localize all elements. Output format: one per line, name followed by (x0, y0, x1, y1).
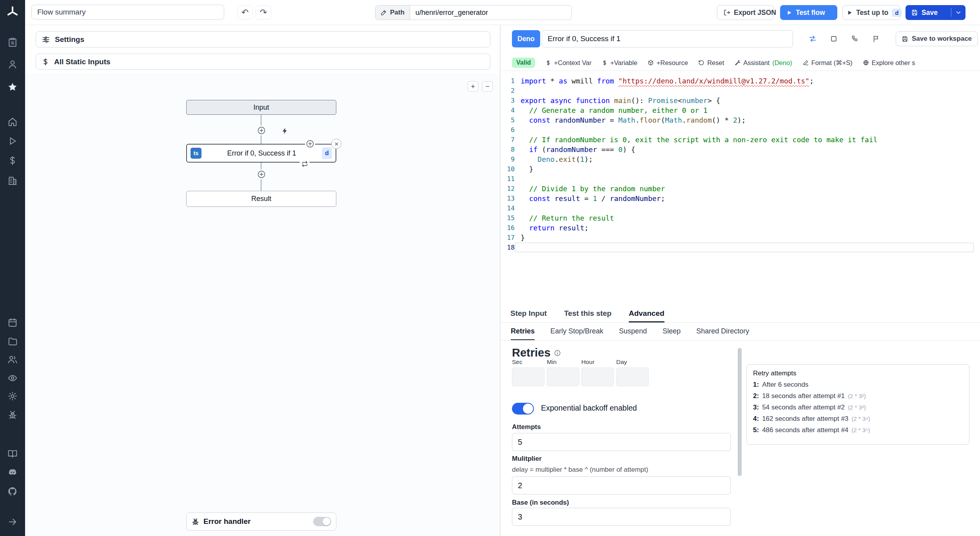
users-icon[interactable] (7, 354, 18, 364)
save-button[interactable]: Save (906, 9, 948, 17)
user-icon[interactable] (7, 59, 18, 69)
test-up-to-button[interactable]: Test up to d (842, 5, 900, 20)
min-input[interactable] (547, 368, 579, 386)
multiplier-input[interactable] (512, 476, 731, 494)
code-text: import * as wmill from "https://deno.lan… (515, 76, 980, 86)
tab-advanced[interactable]: Advanced (629, 306, 664, 322)
subtab-early-stop[interactable]: Early Stop/Break (550, 323, 603, 340)
home-icon[interactable] (7, 117, 18, 127)
code-line[interactable]: 16 return result; (501, 223, 980, 233)
subtab-sleep[interactable]: Sleep (662, 323, 681, 340)
tab-step-input[interactable]: Step Input (510, 306, 547, 322)
result-node[interactable]: Result (186, 191, 336, 207)
bug-icon (191, 518, 200, 526)
subtab-suspend[interactable]: Suspend (619, 323, 647, 340)
book-open-icon[interactable] (7, 449, 18, 459)
flow-summary-input[interactable] (31, 5, 224, 20)
bug-icon[interactable] (7, 410, 18, 420)
github-icon[interactable] (7, 486, 18, 496)
windmill-logo[interactable] (6, 5, 19, 19)
code-line[interactable]: 14 (501, 203, 980, 213)
square-icon[interactable] (827, 32, 841, 46)
add-variable-button[interactable]: +Variable (602, 59, 637, 67)
code-line[interactable]: 18 (501, 243, 980, 252)
retry-indicator-button[interactable] (299, 159, 310, 169)
calendar-icon[interactable] (7, 317, 18, 328)
base-seconds-input[interactable] (512, 508, 731, 526)
save-dropdown-button[interactable] (951, 5, 965, 20)
exponential-backoff-toggle[interactable] (512, 403, 534, 415)
code-line[interactable]: 17} (501, 233, 980, 243)
cube-icon (648, 60, 654, 66)
save-to-workspace-button[interactable]: Save to workspace (896, 31, 978, 46)
clipboard-list-icon[interactable] (7, 37, 18, 47)
redo-button[interactable]: ↷ (256, 5, 271, 20)
undo-button[interactable]: ↶ (237, 5, 253, 20)
building-icon[interactable] (7, 176, 18, 186)
arrow-right-icon[interactable] (7, 517, 18, 527)
star-icon[interactable] (7, 82, 18, 92)
code-line[interactable]: 9 Deno.exit(1); (501, 154, 980, 164)
explore-scripts-button[interactable]: Explore other s (863, 59, 915, 67)
code-line[interactable]: 15 // Return the result (501, 213, 980, 223)
code-text: } (515, 233, 980, 243)
eye-icon[interactable] (7, 373, 18, 383)
format-button[interactable]: Format (⌘+S) (802, 59, 853, 67)
all-static-inputs-section[interactable]: All Static Inputs (36, 54, 490, 70)
code-token (521, 155, 537, 163)
code-line[interactable]: 2 (501, 86, 980, 96)
code-token: const (529, 116, 550, 124)
gear-icon[interactable] (7, 391, 18, 401)
test-flow-button[interactable]: Test flow (780, 5, 837, 20)
zoom-out-button[interactable]: − (482, 81, 493, 92)
add-context-var-button[interactable]: +Context Var (545, 59, 592, 67)
base-seconds-label: Base (in seconds) (512, 499, 569, 507)
info-icon[interactable] (554, 349, 561, 357)
folder-icon[interactable] (7, 336, 18, 346)
flag-icon[interactable] (869, 32, 883, 46)
code-line[interactable]: 4 // Generate a random number, either 0 … (501, 105, 980, 115)
assistant-button[interactable]: Assistant (Deno) (734, 59, 792, 67)
code-line[interactable]: 5 const randomNumber = Math.floor(Math.r… (501, 115, 980, 125)
attempts-input[interactable] (512, 433, 731, 451)
code-line[interactable]: 1import * as wmill from "https://deno.la… (501, 76, 980, 86)
zoom-in-button[interactable]: + (468, 81, 478, 92)
dollar-icon[interactable] (7, 156, 18, 166)
hour-input[interactable] (581, 368, 614, 386)
plus-circle-icon[interactable] (305, 139, 315, 149)
play-icon[interactable] (7, 136, 18, 146)
add-step-button[interactable] (256, 125, 267, 136)
code-editor[interactable]: 1import * as wmill from "https://deno.la… (501, 76, 980, 260)
zap-icon[interactable] (280, 126, 290, 136)
code-text: return result; (515, 223, 980, 233)
code-line[interactable]: 13 const result = 1 / randomNumber; (501, 194, 980, 203)
code-line[interactable]: 6 (501, 125, 980, 135)
subtab-shared-directory[interactable]: Shared Directory (696, 323, 749, 340)
code-line[interactable]: 3export async function main(): Promise<n… (501, 96, 980, 105)
code-line[interactable]: 7 // If randomNumber is 0, exit the scri… (501, 135, 980, 145)
swap-arrows-icon[interactable] (806, 32, 820, 46)
error-handler-toggle[interactable] (313, 517, 331, 526)
export-json-button[interactable]: Export JSON (717, 5, 774, 20)
step-title-input[interactable] (542, 30, 793, 47)
add-step-button[interactable] (256, 169, 267, 179)
subtab-retries[interactable]: Retries (511, 323, 535, 340)
delete-step-button[interactable] (331, 139, 341, 149)
path-input[interactable] (410, 5, 572, 20)
sec-input[interactable] (512, 368, 544, 386)
discord-icon[interactable] (7, 467, 18, 478)
code-line[interactable]: 8 if (randomNumber === 0) { (501, 145, 980, 154)
flow-canvas[interactable] (25, 74, 500, 536)
code-line[interactable]: 10 } (501, 164, 980, 174)
phone-icon[interactable] (848, 32, 862, 46)
day-input[interactable] (616, 368, 649, 386)
scrollbar-thumb[interactable] (738, 348, 742, 476)
add-resource-button[interactable]: +Resource (648, 59, 688, 67)
input-node[interactable]: Input (186, 100, 336, 115)
reset-button[interactable]: Reset (698, 59, 724, 67)
code-line[interactable]: 12 // Divide 1 by the random number (501, 184, 980, 194)
tab-test-this-step[interactable]: Test this step (564, 306, 612, 322)
code-token: / (597, 194, 610, 203)
code-line[interactable]: 11 (501, 174, 980, 184)
flow-settings-section[interactable]: Settings (36, 31, 490, 47)
